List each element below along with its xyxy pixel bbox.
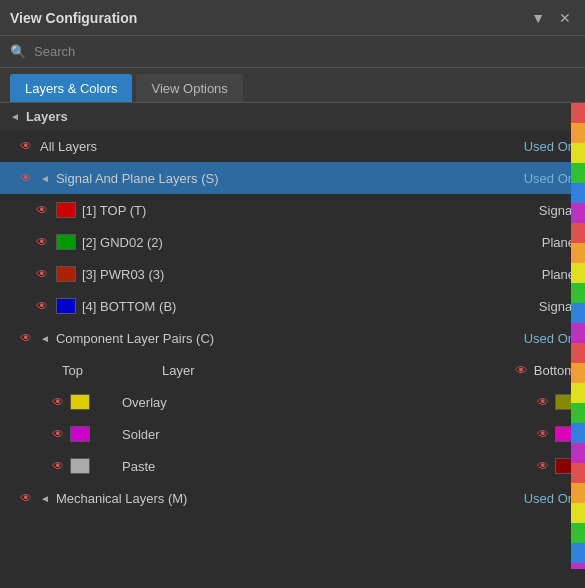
eye-icon-overlay-top[interactable]: 👁 [52, 395, 66, 409]
signal-plane-collapse-icon[interactable]: ◄ [40, 173, 50, 184]
eye-icon-gnd02[interactable]: 👁 [36, 235, 50, 249]
bottom-eye-paste: 👁 [537, 458, 575, 474]
eye-icon-bottom-col: 👁 [515, 363, 528, 378]
row-component-pairs[interactable]: 👁 ◄ Component Layer Pairs (C) Used On [0, 322, 585, 354]
eye-icon-paste-top[interactable]: 👁 [52, 459, 66, 473]
layer-list[interactable]: ◄ Layers 👁 All Layers Used On 👁 ◄ Signal… [0, 103, 585, 569]
top-eye-solder: 👁 [52, 426, 122, 442]
swatch-solder-top[interactable] [70, 426, 90, 442]
eye-icon-bottom[interactable]: 👁 [36, 299, 50, 313]
label-top: [1] TOP (T) [82, 203, 533, 218]
close-button[interactable]: ✕ [555, 8, 575, 28]
row-pwr03[interactable]: 👁 [3] PWR03 (3) Plane [0, 258, 585, 290]
eye-icon-solder-top[interactable]: 👁 [52, 427, 66, 441]
label-paste: Paste [122, 459, 537, 474]
label-pwr03: [3] PWR03 (3) [82, 267, 536, 282]
row-bottom[interactable]: 👁 [4] BOTTOM (B) Signal [0, 290, 585, 322]
row-signal-plane[interactable]: 👁 ◄ Signal And Plane Layers (S) Used On [0, 162, 585, 194]
row-mechanical[interactable]: 👁 ◄ Mechanical Layers (M) Used On [0, 482, 585, 514]
dialog-title: View Configuration [10, 10, 137, 26]
swatch-pwr03[interactable] [56, 266, 76, 282]
row-all-layers[interactable]: 👁 All Layers Used On [0, 130, 585, 162]
label-mechanical: Mechanical Layers (M) [56, 491, 518, 506]
tab-view-options[interactable]: View Options [136, 74, 242, 102]
pair-header-bottom: 👁 Bottom [515, 363, 575, 378]
right-accent-bar [571, 103, 585, 569]
label-overlay: Overlay [122, 395, 537, 410]
eye-icon-component-pairs[interactable]: 👁 [20, 331, 34, 345]
tag-signal-plane: Used On [524, 171, 575, 186]
swatch-gnd02[interactable] [56, 234, 76, 250]
tab-layers-colors[interactable]: Layers & Colors [10, 74, 132, 102]
layers-section-header: ◄ Layers [0, 103, 585, 130]
label-bottom: [4] BOTTOM (B) [82, 299, 533, 314]
pair-header-row: Top Layer 👁 Bottom [0, 354, 585, 386]
eye-icon-all-layers[interactable]: 👁 [20, 139, 34, 153]
eye-icon-pwr03[interactable]: 👁 [36, 267, 50, 281]
row-top[interactable]: 👁 [1] TOP (T) Signal [0, 194, 585, 226]
swatch-overlay-top[interactable] [70, 394, 90, 410]
eye-icon-top[interactable]: 👁 [36, 203, 50, 217]
tag-gnd02: Plane [542, 235, 575, 250]
label-solder: Solder [122, 427, 537, 442]
row-gnd02[interactable]: 👁 [2] GND02 (2) Plane [0, 226, 585, 258]
label-component-pairs: Component Layer Pairs (C) [56, 331, 518, 346]
component-pairs-collapse-icon[interactable]: ◄ [40, 333, 50, 344]
search-icon: 🔍 [10, 44, 26, 59]
layers-section-label: Layers [26, 109, 68, 124]
content-area: ◄ Layers 👁 All Layers Used On 👁 ◄ Signal… [0, 103, 585, 569]
bottom-eye-overlay: 👁 [537, 394, 575, 410]
label-all-layers: All Layers [40, 139, 518, 154]
pair-row-solder[interactable]: 👁 Solder 👁 [0, 418, 585, 450]
swatch-top[interactable] [56, 202, 76, 218]
bottom-eye-solder: 👁 [537, 426, 575, 442]
top-eye-overlay: 👁 [52, 394, 122, 410]
eye-icon-paste-bottom[interactable]: 👁 [537, 459, 551, 473]
eye-icon-signal-plane[interactable]: 👁 [20, 171, 34, 185]
pair-row-paste[interactable]: 👁 Paste 👁 [0, 450, 585, 482]
pair-header-top: Top [62, 363, 162, 378]
mechanical-collapse-icon[interactable]: ◄ [40, 493, 50, 504]
tag-bottom: Signal [539, 299, 575, 314]
search-bar: 🔍 [0, 36, 585, 68]
title-bar: View Configuration ▼ ✕ [0, 0, 585, 36]
tag-component-pairs: Used On [524, 331, 575, 346]
pin-button[interactable]: ▼ [527, 8, 549, 28]
top-eye-paste: 👁 [52, 458, 122, 474]
eye-icon-overlay-bottom[interactable]: 👁 [537, 395, 551, 409]
tag-top: Signal [539, 203, 575, 218]
pair-header-layer: Layer [162, 363, 515, 378]
tag-all-layers: Used On [524, 139, 575, 154]
label-gnd02: [2] GND02 (2) [82, 235, 536, 250]
tag-pwr03: Plane [542, 267, 575, 282]
swatch-paste-top[interactable] [70, 458, 90, 474]
eye-icon-solder-bottom[interactable]: 👁 [537, 427, 551, 441]
pair-row-overlay[interactable]: 👁 Overlay 👁 [0, 386, 585, 418]
swatch-bottom[interactable] [56, 298, 76, 314]
label-signal-plane: Signal And Plane Layers (S) [56, 171, 518, 186]
search-input[interactable] [34, 44, 575, 59]
tab-bar: Layers & Colors View Options [0, 68, 585, 103]
eye-icon-mechanical[interactable]: 👁 [20, 491, 34, 505]
tag-mechanical: Used On [524, 491, 575, 506]
title-bar-controls: ▼ ✕ [527, 8, 575, 28]
layers-collapse-icon[interactable]: ◄ [10, 111, 20, 122]
